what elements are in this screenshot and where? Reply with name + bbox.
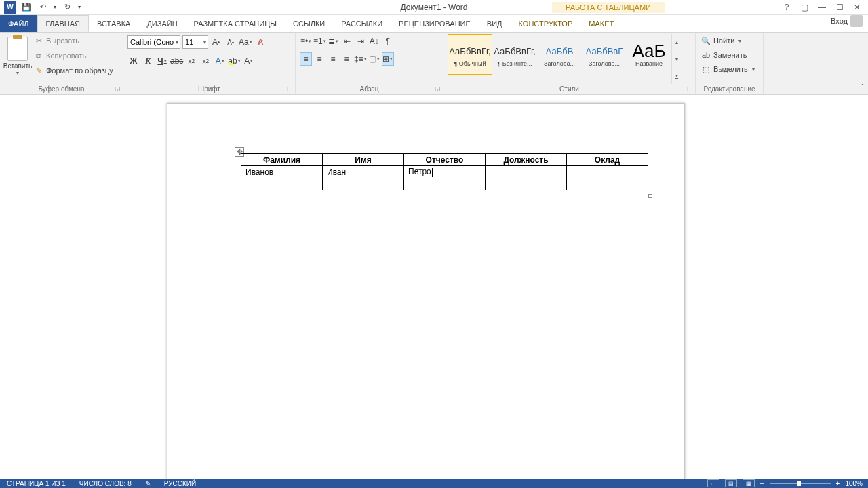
table-header-cell[interactable]: Оклад <box>567 154 648 166</box>
clear-formatting-button[interactable]: A̷ <box>254 35 267 49</box>
italic-button[interactable]: К <box>142 54 154 68</box>
numbering-button[interactable]: ≡1▾ <box>313 35 326 48</box>
paste-button[interactable]: Вставить ▾ <box>4 34 31 80</box>
paragraph-dialog-launcher[interactable]: ◲ <box>433 85 441 93</box>
tab-page-layout[interactable]: РАЗМЕТКА СТРАНИЦЫ <box>186 15 285 32</box>
table-cell[interactable] <box>486 166 567 178</box>
line-spacing-button[interactable]: ‡≡▾ <box>354 52 367 66</box>
styles-scroll-up[interactable]: ▴ <box>672 34 681 51</box>
table-cell[interactable] <box>567 178 648 190</box>
increase-indent-button[interactable]: ⇥ <box>355 35 367 48</box>
tab-design[interactable]: ДИЗАЙН <box>138 15 185 32</box>
shading-button[interactable]: ▢▾ <box>368 52 380 66</box>
multilevel-list-button[interactable]: ≣▾ <box>328 35 340 48</box>
word-app-icon[interactable]: W <box>3 1 18 14</box>
qat-customize[interactable]: ▾ <box>76 1 83 14</box>
zoom-value[interactable]: 100% <box>845 480 863 487</box>
tab-file[interactable]: ФАЙЛ <box>0 15 37 32</box>
tab-mailings[interactable]: РАССЫЛКИ <box>333 15 391 32</box>
maximize-button[interactable]: ☐ <box>831 1 848 14</box>
tab-view[interactable]: ВИД <box>479 15 511 32</box>
status-page[interactable]: СТРАНИЦА 1 ИЗ 1 <box>0 480 73 487</box>
undo-dropdown[interactable]: ▾ <box>52 1 58 14</box>
status-proofing-icon[interactable]: ✎ <box>138 480 157 487</box>
tab-table-design[interactable]: КОНСТРУКТОР <box>511 15 581 32</box>
cut-button[interactable]: ✂ Вырезать <box>34 34 113 47</box>
style-heading2[interactable]: АаБбВвГ Заголово... <box>582 34 627 75</box>
redo-button[interactable]: ↻ <box>60 1 75 14</box>
table-header-cell[interactable]: Фамилия <box>241 154 323 166</box>
style-no-spacing[interactable]: АаБбВвГг, ¶ Без инте... <box>492 34 537 75</box>
tab-references[interactable]: ССЫЛКИ <box>285 15 333 32</box>
table-cell[interactable] <box>323 178 404 190</box>
table-cell[interactable]: Иванов <box>241 166 323 178</box>
superscript-button[interactable]: x2 <box>199 54 212 68</box>
view-read-mode[interactable]: ▭ <box>707 479 719 487</box>
show-marks-button[interactable]: ¶ <box>382 35 394 48</box>
strikethrough-button[interactable]: abc <box>170 54 183 68</box>
ribbon-display-options[interactable]: ▢ <box>796 1 812 14</box>
justify-button[interactable]: ≡ <box>340 52 353 66</box>
find-button[interactable]: 🔍 Найти ▾ <box>700 34 743 47</box>
tab-review[interactable]: РЕЦЕНЗИРОВАНИЕ <box>391 15 479 32</box>
tab-table-layout[interactable]: МАКЕТ <box>580 15 622 32</box>
collapse-ribbon-button[interactable]: ˆ <box>861 83 864 93</box>
font-dialog-launcher[interactable]: ◲ <box>285 85 294 93</box>
replace-button[interactable]: ab Заменить <box>700 48 748 62</box>
text-effects-button[interactable]: A▾ <box>214 54 226 68</box>
font-color-button[interactable]: A▾ <box>243 54 255 68</box>
table-cell[interactable] <box>486 178 567 190</box>
table-cell[interactable] <box>241 178 323 190</box>
grow-font-button[interactable]: A▴ <box>210 35 222 49</box>
tab-insert[interactable]: ВСТАВКА <box>89 15 138 32</box>
align-left-button[interactable]: ≡ <box>300 52 312 66</box>
zoom-out-button[interactable]: − <box>760 480 764 487</box>
save-button[interactable]: 💾 <box>19 1 34 14</box>
bold-button[interactable]: Ж <box>127 54 140 68</box>
undo-button[interactable]: ↶ <box>35 1 50 14</box>
sign-in[interactable]: Вход <box>831 15 863 27</box>
copy-button[interactable]: ⧉ Копировать <box>34 49 113 62</box>
help-button[interactable]: ? <box>778 1 795 14</box>
sort-button[interactable]: A↓ <box>368 35 380 48</box>
styles-scroll-down[interactable]: ▾ <box>672 51 681 68</box>
table-cell[interactable]: Иван <box>323 166 404 178</box>
table-resize-handle[interactable] <box>648 194 652 198</box>
align-center-button[interactable]: ≡ <box>313 52 326 66</box>
borders-button[interactable]: ⊞▾ <box>382 52 394 66</box>
highlight-button[interactable]: ab▾ <box>228 54 240 68</box>
subscript-button[interactable]: x2 <box>185 54 197 68</box>
clipboard-dialog-launcher[interactable]: ◲ <box>113 85 121 93</box>
view-web-layout[interactable]: ▦ <box>743 479 755 487</box>
tab-home[interactable]: ГЛАВНАЯ <box>37 15 89 32</box>
document-table[interactable]: Фамилия Имя Отчество Должность Оклад Ива… <box>241 153 648 190</box>
shrink-font-button[interactable]: A▾ <box>224 35 237 49</box>
style-title[interactable]: АаБ Название <box>627 34 671 75</box>
zoom-in-button[interactable]: + <box>836 480 840 487</box>
view-print-layout[interactable]: ▤ <box>725 479 737 487</box>
table-cell[interactable] <box>567 166 648 178</box>
format-painter-button[interactable]: ✎ Формат по образцу <box>34 64 113 77</box>
bullets-button[interactable]: ≡•▾ <box>300 35 312 48</box>
table-cell[interactable] <box>404 178 486 190</box>
font-name-combo[interactable]: Calibri (Осно▾ <box>127 35 180 49</box>
style-heading1[interactable]: АаБбВ Заголово... <box>537 34 582 75</box>
close-button[interactable]: ✕ <box>849 1 865 14</box>
select-button[interactable]: ⬚ Выделить ▾ <box>700 62 756 76</box>
change-case-button[interactable]: Aa▾ <box>239 35 252 49</box>
table-header-cell[interactable]: Отчество <box>404 154 486 166</box>
styles-dialog-launcher[interactable]: ◲ <box>686 85 694 93</box>
table-cell[interactable]: Петро <box>404 166 486 178</box>
status-language[interactable]: РУССКИЙ <box>157 480 203 487</box>
underline-button[interactable]: Ч▾ <box>156 54 168 68</box>
status-word-count[interactable]: ЧИСЛО СЛОВ: 8 <box>73 480 138 487</box>
table-header-cell[interactable]: Имя <box>323 154 404 166</box>
page[interactable]: ✥ Фамилия Имя Отчество Должность Оклад И… <box>167 103 685 479</box>
font-size-combo[interactable]: 11▾ <box>182 35 208 49</box>
table-header-cell[interactable]: Должность <box>486 154 567 166</box>
decrease-indent-button[interactable]: ⇤ <box>341 35 353 48</box>
style-normal[interactable]: АаБбВвГг, ¶ Обычный <box>448 34 492 75</box>
minimize-button[interactable]: — <box>814 1 830 14</box>
styles-expand[interactable]: ▾̲ <box>672 67 681 84</box>
align-right-button[interactable]: ≡ <box>327 52 339 66</box>
